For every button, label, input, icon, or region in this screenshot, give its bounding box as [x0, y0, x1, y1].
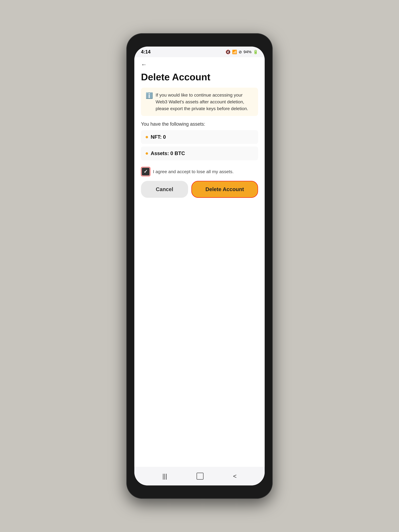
home-button[interactable]: [196, 473, 203, 480]
cancel-button[interactable]: Cancel: [141, 181, 188, 198]
warning-box: ℹ️ If you would like to continue accessi…: [141, 88, 258, 116]
checkbox-checked[interactable]: ✓: [142, 168, 150, 175]
status-bar: 4:14 🔇 📶 ⊘ 94% 🔋: [134, 47, 265, 57]
alarm-icon: ⊘: [239, 50, 242, 54]
checkbox-highlight[interactable]: ✓: [141, 167, 150, 176]
recents-button[interactable]: |||: [162, 473, 167, 480]
back-button[interactable]: ←: [141, 61, 258, 68]
assets-label: You have the following assets:: [141, 121, 258, 127]
phone-screen: 4:14 🔇 📶 ⊘ 94% 🔋 ← Delete Account ℹ️ If …: [134, 47, 265, 485]
status-icons: 🔇 📶 ⊘ 94% 🔋: [226, 50, 258, 54]
back-nav-button[interactable]: <: [233, 473, 237, 480]
warning-text: If you would like to continue accessing …: [156, 92, 253, 112]
action-buttons: Cancel Delete Account: [141, 181, 258, 198]
asset-row-btc: Assets: 0 BTC: [141, 146, 258, 160]
checkmark-icon: ✓: [144, 169, 148, 174]
battery-icon: 🔋: [253, 50, 258, 54]
btc-dot: [146, 152, 148, 155]
checkbox-label: I agree and accept to lose all my assets…: [153, 169, 234, 174]
asset-row-nft: NFT: 0: [141, 130, 258, 144]
back-arrow-icon[interactable]: ←: [141, 61, 147, 68]
phone-device: 4:14 🔇 📶 ⊘ 94% 🔋 ← Delete Account ℹ️ If …: [126, 33, 273, 499]
agree-checkbox-row: ✓ I agree and accept to lose all my asse…: [141, 167, 258, 176]
delete-account-button[interactable]: Delete Account: [191, 181, 258, 198]
btc-value: Assets: 0 BTC: [151, 151, 185, 156]
mute-icon: 🔇: [226, 50, 230, 54]
status-time: 4:14: [141, 49, 151, 55]
app-content: ← Delete Account ℹ️ If you would like to…: [134, 57, 265, 467]
nft-dot: [146, 136, 148, 138]
battery-label: 94%: [244, 50, 252, 54]
info-icon: ℹ️: [146, 92, 153, 99]
page-title: Delete Account: [141, 72, 258, 82]
wifi-icon: 📶: [232, 50, 237, 54]
nft-value: NFT: 0: [151, 134, 166, 140]
bottom-nav: ||| <: [134, 467, 265, 485]
